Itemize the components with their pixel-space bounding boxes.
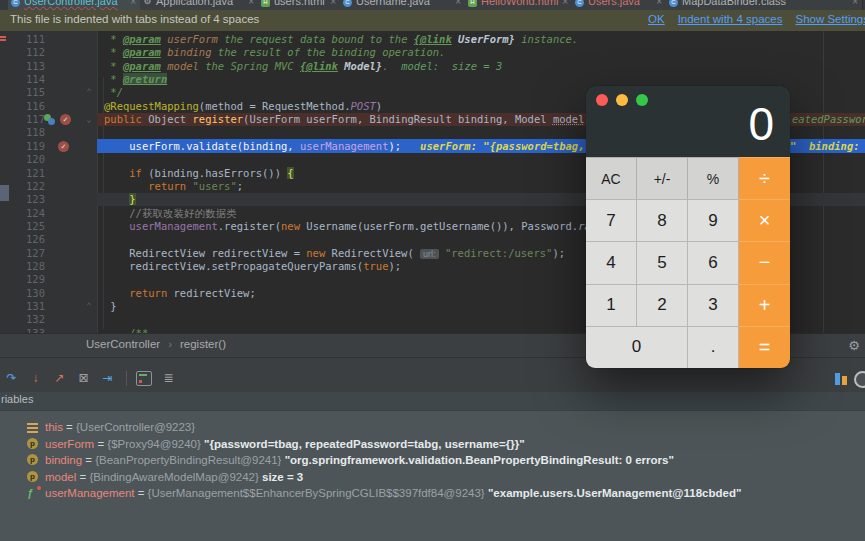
- calc-key-5[interactable]: 5: [637, 241, 688, 283]
- field-variable-icon: ƒ: [27, 487, 39, 499]
- calc-key-label: 7: [606, 211, 615, 231]
- html-icon: H: [261, 0, 270, 7]
- gear-icon[interactable]: ⚙: [848, 338, 860, 353]
- variable-name: this: [45, 421, 63, 433]
- tab-label: MapDataBinder.class: [682, 0, 786, 7]
- close-icon[interactable]: ×: [330, 0, 336, 7]
- line-number: 121: [0, 167, 45, 180]
- calculator-display: 0: [748, 98, 774, 150]
- tab-users-html[interactable]: Husers.html×: [258, 0, 341, 10]
- tab-label: HelloWorld.html: [481, 0, 558, 7]
- step-over-icon[interactable]: ↷: [3, 371, 20, 387]
- variable-row[interactable]: puserForm = {$Proxy94@9240} "{password=t…: [0, 436, 865, 452]
- variable-eq: =: [76, 471, 89, 483]
- thread-icon[interactable]: [854, 371, 865, 388]
- fold-marker-icon[interactable]: ⌄: [84, 113, 94, 126]
- minimize-light[interactable]: [616, 94, 628, 106]
- code-segment: [104, 193, 129, 205]
- variable-row[interactable]: ƒuserManagement = {UserManagement$$Enhan…: [0, 485, 865, 501]
- code-segment: return: [104, 287, 167, 299]
- mute-breakpoints-icon[interactable]: ≣: [160, 371, 177, 387]
- calc-key-1[interactable]: 1: [586, 284, 637, 326]
- code-segment: userForm: "{password=tbag, re: [407, 140, 603, 152]
- calc-key-minus[interactable]: −: [739, 241, 790, 283]
- calc-key-plus-minus[interactable]: +/-: [637, 157, 688, 199]
- breadcrumb-class[interactable]: UserController: [86, 338, 160, 350]
- close-icon[interactable]: ×: [562, 0, 568, 7]
- notification-indent-link[interactable]: Indent with 4 spaces: [678, 13, 783, 25]
- calc-key-6[interactable]: 6: [688, 241, 739, 283]
- code-segment: .register(: [218, 220, 281, 232]
- variable-text: userManagement = {UserManagement$$Enhanc…: [45, 485, 741, 501]
- calc-key-ac[interactable]: AC: [586, 157, 637, 199]
- step-into-icon[interactable]: ↓: [27, 371, 44, 387]
- breakpoint-icon[interactable]: ✓: [58, 141, 69, 152]
- tab-users-java[interactable]: CUsers.java×: [572, 0, 667, 10]
- calc-key-label: 4: [606, 253, 615, 273]
- fold-marker-icon[interactable]: ⌃: [84, 300, 94, 313]
- calc-key-percent[interactable]: %: [688, 157, 739, 199]
- code-segment: POST: [351, 100, 376, 112]
- tab-username-java[interactable]: CUsername.java×: [340, 0, 466, 10]
- code-line: }: [104, 193, 136, 206]
- calc-key-8[interactable]: 8: [637, 199, 688, 241]
- calc-key-decimal[interactable]: .: [688, 326, 739, 368]
- breadcrumb-method[interactable]: register(): [180, 338, 226, 350]
- line-number: 118: [0, 126, 45, 139]
- gear-icon: ⚙: [143, 0, 152, 6]
- code-segment: */: [104, 86, 123, 98]
- spring-bean-icon[interactable]: [44, 113, 56, 125]
- breakpoint-icon[interactable]: ✓: [60, 114, 71, 125]
- notification-show-settings-link[interactable]: Show Settings: [795, 13, 865, 25]
- code-fragment: eatedPassword: [792, 113, 865, 126]
- run-to-cursor-icon[interactable]: ⇥: [99, 371, 116, 387]
- param-variable-icon: p: [27, 471, 38, 482]
- code-segment: RedirectView(: [325, 247, 420, 259]
- code-line: RedirectView redirectView = new Redirect…: [104, 247, 565, 260]
- calc-key-2[interactable]: 2: [637, 284, 688, 326]
- code-line: //获取改装好的数据类: [104, 207, 236, 220]
- calc-key-multiply[interactable]: ×: [739, 199, 790, 241]
- variable-type: {UserController@9223}: [76, 421, 195, 433]
- evaluate-expression-icon[interactable]: [136, 371, 152, 386]
- variable-row[interactable]: pbinding = {BeanPropertyBindingResult@92…: [0, 452, 865, 468]
- variable-type: {$Proxy94@9240}: [107, 438, 204, 450]
- close-light[interactable]: [596, 94, 608, 106]
- code-line: return "users";: [104, 180, 243, 193]
- notification-ok-link[interactable]: OK: [648, 13, 665, 25]
- close-icon[interactable]: ×: [455, 0, 461, 7]
- calc-key-add[interactable]: +: [739, 284, 790, 326]
- code-line: */: [104, 86, 123, 99]
- step-out-icon[interactable]: ↗: [51, 371, 68, 387]
- tab-helloworld-html[interactable]: HHelloWorld.html×: [465, 0, 573, 10]
- code-segment: {@link: [414, 33, 452, 45]
- code-line: public Object register(UserForm userForm…: [104, 113, 591, 126]
- fold-marker-icon[interactable]: ⌃: [84, 86, 94, 99]
- variable-row[interactable]: pmodel = {BindingAwareModelMap@9242} siz…: [0, 469, 865, 485]
- code-segment: new: [281, 220, 300, 232]
- calc-key-4[interactable]: 4: [586, 241, 637, 283]
- code-segment: url:: [420, 249, 439, 259]
- calc-key-7[interactable]: 7: [586, 199, 637, 241]
- calc-key-0[interactable]: 0: [586, 326, 688, 368]
- close-icon[interactable]: ×: [248, 0, 254, 7]
- variable-row[interactable]: this = {UserController@9223}: [0, 419, 865, 435]
- code-segment: @param: [123, 33, 161, 45]
- calc-key-3[interactable]: 3: [688, 284, 739, 326]
- close-icon[interactable]: ×: [130, 0, 136, 7]
- tab-mapdatabinder-class[interactable]: CMapDataBinder.class×: [666, 0, 863, 10]
- calc-key: [139, 380, 142, 383]
- code-segment: *: [104, 33, 123, 45]
- code-segment: public: [104, 113, 148, 125]
- line-number: 131: [0, 300, 45, 313]
- close-icon[interactable]: ×: [656, 0, 662, 7]
- calc-key-equals[interactable]: =: [739, 326, 790, 368]
- calc-key-divide[interactable]: ÷: [739, 157, 790, 199]
- tab-application-java[interactable]: ⚙Application.java×: [140, 0, 259, 10]
- close-icon[interactable]: ×: [852, 0, 858, 7]
- calc-key-9[interactable]: 9: [688, 199, 739, 241]
- frames-view-icon[interactable]: [833, 371, 849, 387]
- drop-frame-icon[interactable]: ⊠: [75, 371, 92, 387]
- tab-label: UserController.java: [24, 0, 118, 7]
- zoom-light[interactable]: [636, 94, 648, 106]
